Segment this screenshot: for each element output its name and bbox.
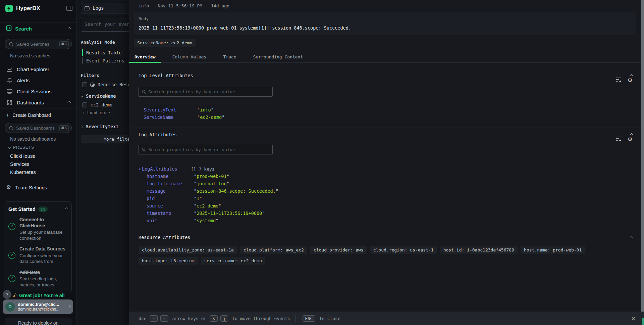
attribute-row[interactable]: message session-846.scope: Succeeded. bbox=[139, 187, 644, 195]
preset-item-services[interactable]: Services bbox=[10, 161, 30, 167]
help-button[interactable]: ? bbox=[3, 290, 11, 299]
checkbox[interactable] bbox=[82, 102, 87, 107]
check-circle-icon: ✓ bbox=[8, 252, 15, 259]
event-timestamp: Nov 11 5:56:19 PM bbox=[158, 3, 202, 8]
sidebar-item-team-settings[interactable]: ⚙ Team Settings bbox=[6, 184, 47, 191]
attribute-row[interactable]: hostname prod-web-01 bbox=[139, 173, 644, 180]
sidebar-item-search[interactable]: Search bbox=[0, 22, 76, 35]
service-name-tag[interactable]: ServiceName: ec2-demo bbox=[134, 39, 196, 47]
resource-chip[interactable]: host.id: i-0abc123def456789 bbox=[440, 246, 518, 254]
scrollbar-thumb[interactable] bbox=[641, 0, 644, 312]
body-card: Body 2025-11-11T23:56:19+0000 prod-web-0… bbox=[134, 12, 636, 35]
saved-dashboards-placeholder: Saved Dashboards bbox=[16, 126, 59, 131]
chart-icon bbox=[6, 67, 13, 72]
attribute-row[interactable]: pid 1 bbox=[139, 195, 644, 202]
divider bbox=[296, 315, 296, 322]
severity-level: info bbox=[139, 3, 149, 8]
saved-dashboards-input[interactable]: Saved Dashboards ⌘K bbox=[5, 123, 72, 133]
chevron-right-icon bbox=[80, 125, 83, 128]
property-search-box[interactable] bbox=[139, 145, 273, 154]
user-email: dominic.tran@clickho... bbox=[18, 307, 68, 312]
caret-down-icon[interactable]: ▾ bbox=[139, 167, 141, 171]
get-started-step[interactable]: ✓ Add Data Start sending logs, metrics, … bbox=[8, 270, 67, 288]
gear-icon[interactable]: ⚙ bbox=[628, 136, 633, 143]
brand-name: HyperDX bbox=[16, 5, 66, 12]
shortcut-badge: ⌘K bbox=[59, 125, 69, 131]
checkbox[interactable] bbox=[82, 82, 87, 87]
search-icon bbox=[142, 147, 146, 152]
body-label: Body bbox=[139, 16, 632, 21]
resource-chip[interactable]: host.name: prod-web-01 bbox=[521, 246, 585, 254]
filter-lines-icon[interactable] bbox=[615, 136, 622, 143]
log-attributes-section: Log Attributes ⚙ ▾ LogAttributes {}7 key… bbox=[129, 128, 644, 229]
chevron-up-icon[interactable] bbox=[65, 207, 68, 211]
party-popper-icon bbox=[13, 293, 17, 297]
chevron-right-icon bbox=[68, 305, 71, 309]
section-title: Top Level Attributes bbox=[139, 73, 193, 78]
saved-searches-input[interactable]: Saved Searches ⌘K bbox=[5, 39, 72, 49]
divider bbox=[0, 108, 76, 108]
sidebar-item-alerts[interactable]: Alerts bbox=[0, 75, 76, 86]
event-detail-drawer: info · Nov 11 5:56:19 PM · 14d ago Body … bbox=[129, 0, 644, 325]
resource-chip[interactable]: cloud.availability_zone: us-east-1a bbox=[139, 246, 237, 254]
gear-icon[interactable]: ⚙ bbox=[628, 77, 633, 84]
tab-trace[interactable]: Trace bbox=[218, 52, 241, 62]
get-started-step[interactable]: ✓ Create Data Sources Configure where yo… bbox=[8, 246, 67, 265]
detail-tabs: Overview Column Values Trace Surrounding… bbox=[129, 52, 644, 63]
sidebar-item-client-sessions[interactable]: Client Sessions bbox=[0, 86, 76, 97]
divider bbox=[129, 278, 644, 278]
resource-chip[interactable]: cloud.region: us-east-1 bbox=[370, 246, 437, 254]
resource-chip[interactable]: host.type: t3.medium bbox=[139, 257, 198, 265]
property-search-box[interactable] bbox=[139, 87, 273, 97]
log-attributes-root[interactable]: ▾ LogAttributes {}7 keys bbox=[139, 165, 644, 173]
attribute-row[interactable]: unit systemd bbox=[139, 217, 644, 224]
arrow-right-key: → bbox=[160, 315, 168, 322]
resource-attributes-section: Resource Attributes cloud.availability_z… bbox=[129, 229, 644, 278]
bell-icon bbox=[6, 78, 13, 83]
plus-icon: + bbox=[6, 112, 9, 118]
section-title: Resource Attributes bbox=[139, 235, 190, 240]
presets-toggle[interactable]: PRESETS bbox=[9, 145, 34, 150]
body-value: 2025-11-11T23:56:19+0000 prod-web-01 sys… bbox=[139, 25, 632, 31]
resource-chip[interactable]: cloud.platform: aws_ec2 bbox=[240, 246, 307, 254]
progress-badge: 3/3 bbox=[38, 206, 48, 212]
congrats-text: Great job! You're all bbox=[19, 293, 65, 298]
tab-overview[interactable]: Overview bbox=[129, 52, 161, 62]
chevron-up-icon[interactable] bbox=[630, 236, 633, 239]
preset-item-clickhouse[interactable]: ClickHouse bbox=[10, 153, 36, 159]
esc-key: ESC bbox=[303, 315, 316, 322]
resource-chip[interactable]: service.name: ec2-demo bbox=[201, 257, 265, 265]
deploy-note: Ready to deploy on bbox=[5, 318, 72, 325]
indicator bbox=[82, 57, 83, 64]
attribute-row[interactable]: SeverityText info bbox=[144, 106, 644, 113]
sidebar-item-dashboards[interactable]: Dashboards bbox=[0, 97, 76, 108]
user-menu[interactable]: D dominic.tran@clic... dominic.tran@clic… bbox=[3, 299, 73, 314]
sidebar-search-label: Search bbox=[15, 26, 68, 32]
saved-searches-placeholder: Saved Searches bbox=[16, 42, 59, 47]
check-circle-icon: ✓ bbox=[8, 275, 15, 282]
filter-lines-icon[interactable] bbox=[615, 77, 622, 84]
chevron-up-icon[interactable] bbox=[68, 27, 71, 30]
property-search-input[interactable] bbox=[148, 147, 269, 152]
close-icon[interactable]: × bbox=[631, 315, 636, 322]
tab-column-values[interactable]: Column Values bbox=[167, 52, 212, 62]
get-started-step[interactable]: ✓ Connect to ClickHouse Set up your data… bbox=[8, 217, 67, 241]
sidebar-item-chart-explorer[interactable]: Chart Explorer bbox=[0, 64, 76, 75]
resource-chip[interactable]: cloud.provider: aws bbox=[310, 246, 367, 254]
attribute-row[interactable]: timestamp 2025-11-11T23:56:19+0000 bbox=[139, 210, 644, 217]
preset-item-kubernetes[interactable]: Kubernetes bbox=[10, 169, 36, 175]
chevron-up-icon[interactable] bbox=[68, 101, 71, 104]
attribute-row[interactable]: source ec2-demo bbox=[139, 202, 644, 210]
sidebar-toggle-icon[interactable] bbox=[66, 6, 72, 11]
user-name: dominic.tran@clic... bbox=[18, 302, 68, 307]
braces-icon: {} bbox=[191, 167, 196, 172]
event-meta: info · Nov 11 5:56:19 PM · 14d ago bbox=[129, 0, 644, 8]
key-count: 7 keys bbox=[199, 167, 215, 172]
search-icon bbox=[9, 42, 13, 46]
get-started-title: Get Started bbox=[8, 206, 36, 212]
attribute-row[interactable]: log.file.name journal.log bbox=[139, 180, 644, 187]
tab-surrounding-context[interactable]: Surrounding Context bbox=[248, 52, 309, 62]
attribute-row[interactable]: ServiceName ec2-demo bbox=[144, 113, 644, 121]
property-search-input[interactable] bbox=[148, 89, 269, 94]
create-dashboard-button[interactable]: + Create Dashboard bbox=[6, 112, 51, 118]
